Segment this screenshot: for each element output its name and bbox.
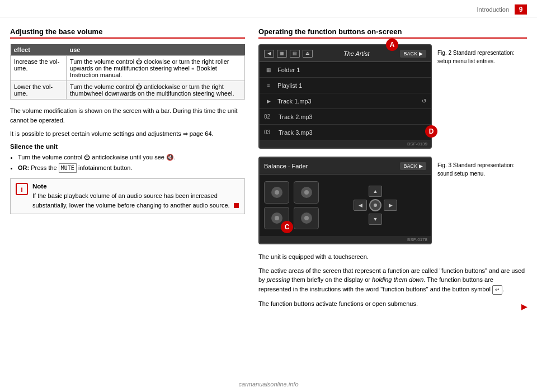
speaker-icon-rr bbox=[301, 212, 312, 224]
speaker-icon-rl bbox=[271, 212, 282, 224]
watermark: carmanualsonline.info bbox=[238, 381, 298, 388]
screen2-title: Balance - Fader bbox=[264, 163, 308, 169]
speaker-icon-fl bbox=[271, 187, 282, 198]
screen1-wrapper: A D ◀ ▦ ▤ ⏏ The Artist BACK bbox=[258, 44, 432, 149]
folder-icon: ▦ bbox=[264, 67, 273, 73]
center-button[interactable] bbox=[369, 199, 381, 211]
back-arrow-right2-icon: ▶ bbox=[419, 163, 423, 169]
screen2-container: C Balance - Fader BACK ▶ bbox=[258, 157, 527, 244]
note-text: If the basic playback volume of an audio… bbox=[32, 191, 239, 210]
arrow-left-button[interactable]: ◀ bbox=[354, 200, 367, 211]
screen1-back-button[interactable]: BACK ▶ bbox=[400, 50, 426, 58]
right-body-text-2: The active areas of the screen that repr… bbox=[258, 266, 527, 295]
back-arrow-icon[interactable]: ◀ bbox=[264, 50, 274, 58]
body-text-2: It is possible to preset certain volume … bbox=[10, 129, 245, 139]
effect-table: effect use Increase the vol-ume.Turn the… bbox=[10, 44, 245, 100]
play-icon: ▶ bbox=[264, 98, 273, 105]
table-col1-header: effect bbox=[11, 44, 67, 56]
sd-icon[interactable]: ▤ bbox=[290, 50, 300, 58]
arrow-up-button[interactable]: ▲ bbox=[369, 186, 382, 197]
badge-d: D bbox=[425, 125, 437, 138]
list-item-track3[interactable]: 03 Track 3.mp3 bbox=[260, 125, 431, 140]
list-item-track1[interactable]: ▶ Track 1.mp3 ↺ bbox=[260, 93, 431, 109]
right-section-heading: Operating the function buttons on-screen bbox=[258, 27, 527, 39]
note-box: i Note If the basic playback volume of a… bbox=[10, 178, 245, 214]
right-body-text-1: The unit is equipped with a touchscreen. bbox=[258, 252, 527, 262]
screen2-header: Balance - Fader BACK ▶ bbox=[260, 158, 431, 174]
fig2-caption: Fig. 2 Standard representation: setup me… bbox=[437, 44, 516, 149]
silence-heading: Silence the unit bbox=[10, 143, 245, 150]
arrow-down-button[interactable]: ▼ bbox=[369, 214, 382, 225]
screen2-back-button[interactable]: BACK ▶ bbox=[400, 162, 426, 170]
right-column: Operating the function buttons on-screen… bbox=[258, 27, 527, 313]
badge-a: A bbox=[386, 39, 398, 51]
screen2-footer: BSF-0178 bbox=[260, 236, 431, 243]
arrow-row: ◀ ▶ bbox=[354, 199, 397, 211]
right-body-text-3: The function buttons activate functions … bbox=[258, 299, 527, 309]
page-header: Introduction 9 bbox=[0, 0, 537, 17]
table-use-cell: Turn the volume control ⏻ anticlockwise … bbox=[67, 81, 245, 100]
screen1-footer: BSF-0139 bbox=[260, 140, 431, 148]
speaker-icon-fr bbox=[301, 187, 312, 198]
bullet-item-0: Turn the volume control ⏻ anticlockwise … bbox=[18, 153, 245, 162]
table-col2-header: use bbox=[67, 44, 245, 56]
continue-arrow-icon: ▶ bbox=[521, 301, 527, 313]
speaker-front-left bbox=[264, 181, 289, 204]
screen1-nav-icons: ◀ ▦ ▤ ⏏ bbox=[264, 50, 313, 58]
balance-controls: ▲ ◀ ▶ ▼ bbox=[324, 186, 426, 225]
speaker-front-right bbox=[294, 181, 319, 204]
header-title: Introduction bbox=[477, 6, 509, 13]
eject-icon[interactable]: ⏏ bbox=[303, 50, 313, 58]
note-icon: i bbox=[16, 183, 28, 195]
playlist-icon: ≡ bbox=[264, 82, 273, 89]
bullet-item-1: OR: Press the MUTE infotainment button. bbox=[18, 163, 245, 173]
table-use-cell: Turn the volume control ⏻ clockwise or t… bbox=[67, 56, 245, 81]
list-item-track2[interactable]: 02 Track 2.mp3 bbox=[260, 109, 431, 125]
screen1-header: ◀ ▦ ▤ ⏏ The Artist BACK ▶ bbox=[260, 45, 431, 62]
left-section-heading: Adjusting the base volume bbox=[10, 27, 245, 39]
back-arrow-right-icon: ▶ bbox=[419, 51, 423, 56]
table-effect-cell: Increase the vol-ume. bbox=[11, 56, 67, 81]
speaker-rear-right bbox=[294, 207, 319, 229]
note-content: Note If the basic playback volume of an … bbox=[32, 183, 239, 210]
list-item-folder1[interactable]: ▦ Folder 1 bbox=[260, 62, 431, 78]
badge-c: C bbox=[281, 221, 293, 233]
fig3-caption: Fig. 3 Standard representation: sound se… bbox=[437, 157, 516, 244]
screen1: ◀ ▦ ▤ ⏏ The Artist BACK ▶ bbox=[258, 44, 432, 149]
main-content: Adjusting the base volume effect use Inc… bbox=[0, 17, 537, 319]
note-title: Note bbox=[32, 183, 239, 190]
speaker-grid bbox=[264, 181, 320, 229]
screen1-artist: The Artist bbox=[343, 50, 370, 57]
table-effect-cell: Lower the vol-ume. bbox=[11, 81, 67, 100]
left-column: Adjusting the base volume effect use Inc… bbox=[10, 27, 245, 313]
screen2-wrapper: C Balance - Fader BACK ▶ bbox=[258, 157, 432, 244]
replay-icon: ↺ bbox=[422, 98, 426, 104]
list-item-playlist1[interactable]: ≡ Playlist 1 bbox=[260, 78, 431, 93]
red-square bbox=[234, 203, 239, 208]
body-text-1: The volume modification is shown on the … bbox=[10, 106, 245, 125]
page-number: 9 bbox=[515, 4, 527, 15]
screen1-container: A D ◀ ▦ ▤ ⏏ The Artist BACK bbox=[258, 44, 527, 149]
screen1-list: ▦ Folder 1 ≡ Playlist 1 ▶ Track 1.mp3 ↺ bbox=[260, 62, 431, 140]
arrow-right-button[interactable]: ▶ bbox=[384, 200, 397, 211]
func-btn-symbol: ↩ bbox=[492, 285, 502, 295]
bullet-list: Turn the volume control ⏻ anticlockwise … bbox=[18, 153, 245, 173]
folder-icon[interactable]: ▦ bbox=[277, 50, 287, 58]
